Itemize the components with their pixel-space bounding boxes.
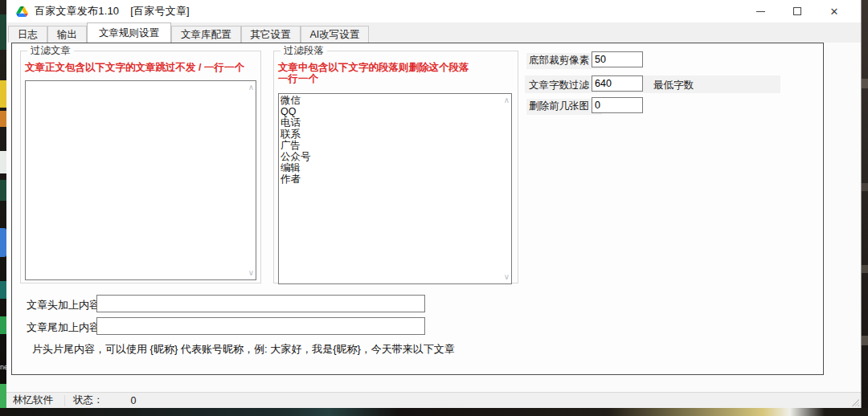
filter-paragraph-textarea-wrap: 微信 QQ 电话 联系 广告 公众号 编辑 作者 ∧ ∨	[278, 93, 512, 284]
word-filter-label: 文章字数过滤：	[526, 78, 602, 94]
statusbar-status-label: 状态：	[65, 394, 110, 407]
groupbox-title: 过滤段落	[280, 45, 327, 57]
maximize-icon	[793, 7, 801, 15]
desktop-icon-fragment	[0, 14, 6, 50]
remove-first-images-input[interactable]	[592, 97, 643, 113]
app-icon	[16, 6, 28, 17]
desktop-icon-fragment	[862, 336, 868, 345]
desktop-edge-bottom	[0, 408, 868, 416]
tab-article-rules[interactable]: 文章规则设置	[87, 22, 171, 43]
article-rules-panel: 过滤文章 文章正文包含以下文字的文章跳过不发 / 一行一个 ∧ ∨ 过滤段落 文…	[11, 43, 824, 375]
tab-label: 日志	[18, 28, 38, 42]
tab-label: 输出	[57, 28, 77, 42]
window-subtitle: [百家号文章]	[130, 4, 190, 18]
desktop-icon-fragment: ne	[0, 361, 6, 373]
tab-article-library[interactable]: 文章库配置	[171, 26, 241, 43]
desktop-edge-left: ne	[0, 0, 6, 416]
tab-label: 文章规则设置	[99, 27, 159, 40]
tab-other-settings[interactable]: 其它设置	[241, 26, 301, 43]
bottom-crop-input[interactable]	[592, 51, 643, 67]
filter-paragraph-instruction-line2: 一行一个	[278, 73, 318, 84]
close-icon: ✕	[830, 6, 839, 17]
groupbox-filter-article: 过滤文章 文章正文包含以下文字的文章跳过不发 / 一行一个 ∧ ∨	[20, 51, 261, 283]
desktop-icon-fragment	[0, 316, 6, 334]
word-filter-suffix: 最低字数	[651, 78, 696, 94]
app-window: 百家文章发布1.10 [百家号文章] ✕ 日志 输出 文章规则设置 文章库配置 …	[6, 0, 862, 408]
status-bar: 林忆软件 状态： 0	[6, 392, 861, 408]
window-title: 百家文章发布1.10	[35, 4, 119, 18]
tab-output[interactable]: 输出	[47, 26, 87, 43]
tab-label: AI改写设置	[310, 28, 360, 42]
resize-grip-icon[interactable]	[851, 398, 859, 406]
maximize-button[interactable]	[779, 0, 816, 22]
groupbox-filter-paragraph: 过滤段落 文章中包含以下文字的段落则删除这个段落 一行一个 微信 QQ 电话 联…	[273, 51, 518, 283]
desktop-icon-fragment	[862, 183, 868, 191]
groupbox-title: 过滤文章	[27, 45, 74, 57]
tab-log[interactable]: 日志	[8, 26, 47, 43]
minimize-button[interactable]	[742, 0, 779, 22]
append-hint: 片头片尾内容，可以使用 {昵称} 代表账号昵称，例: 大家好，我是{昵称}，今天…	[32, 342, 455, 357]
scroll-down-icon[interactable]: ∨	[504, 273, 510, 281]
minimize-icon	[756, 11, 765, 12]
filter-article-textarea[interactable]	[26, 81, 256, 279]
statusbar-status-value: 0	[110, 395, 137, 406]
titlebar: 百家文章发布1.10 [百家号文章] ✕	[6, 0, 861, 22]
scroll-up-icon[interactable]: ∧	[248, 84, 254, 92]
remove-first-images-label: 删除前几张图：	[526, 99, 602, 115]
desktop-icon-fragment	[0, 180, 6, 201]
desktop-icon-fragment	[0, 151, 6, 173]
tab-label: 文章库配置	[181, 28, 231, 42]
statusbar-brand: 林忆软件	[6, 394, 64, 407]
desktop-icon-fragment	[862, 265, 868, 273]
desktop-icon-fragment	[0, 384, 6, 408]
filter-paragraph-instruction-line1: 文章中包含以下文字的段落则删除这个段落	[278, 62, 469, 73]
desktop-edge-right	[862, 0, 868, 416]
desktop-icon-fragment	[0, 80, 6, 108]
desktop-icon-fragment	[0, 228, 6, 257]
desktop-icon-fragment	[0, 111, 6, 127]
filter-paragraph-textarea[interactable]: 微信 QQ 电话 联系 广告 公众号 编辑 作者	[279, 94, 511, 283]
bottom-crop-label: 底部裁剪像素：	[526, 53, 602, 69]
caption-buttons: ✕	[742, 0, 853, 22]
close-button[interactable]: ✕	[816, 0, 853, 22]
tab-strip: 日志 输出 文章规则设置 文章库配置 其它设置 AI改写设置	[6, 22, 861, 43]
desktop-icon-fragment	[862, 79, 868, 88]
scroll-down-icon[interactable]: ∨	[248, 269, 254, 277]
filter-article-instruction: 文章正文包含以下文字的文章跳过不发 / 一行一个	[25, 62, 244, 73]
article-tail-input[interactable]	[96, 317, 425, 335]
filter-article-textarea-wrap: ∧ ∨	[25, 80, 256, 280]
desktop-icon-fragment	[0, 281, 6, 299]
tab-ai-rewrite[interactable]: AI改写设置	[301, 26, 370, 43]
tab-label: 其它设置	[251, 28, 291, 42]
article-head-input[interactable]	[96, 295, 425, 312]
word-filter-input[interactable]	[592, 75, 643, 92]
scroll-up-icon[interactable]: ∧	[504, 96, 510, 104]
